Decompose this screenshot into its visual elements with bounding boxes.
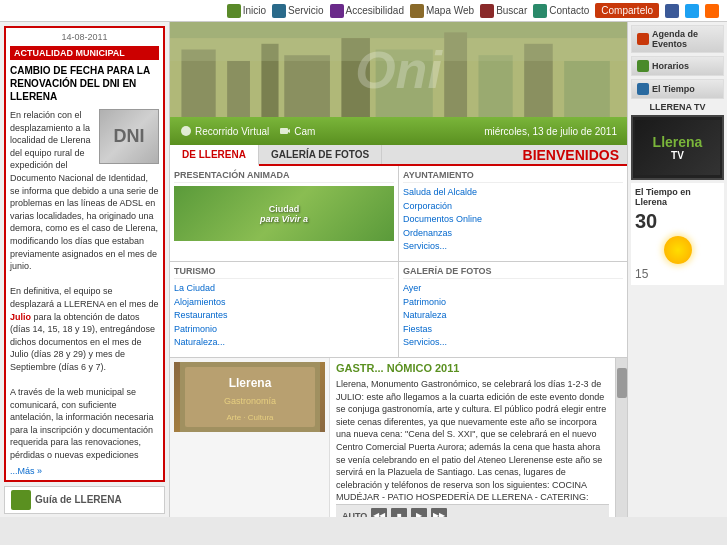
tab-de-llerena[interactable]: DE LLERENA <box>170 145 259 166</box>
tv-widget[interactable]: Llerena TV <box>631 115 724 180</box>
play-button[interactable]: ▶ <box>411 508 427 517</box>
gastro-image-panel: Llerena Gastronomía Arte · Cultura <box>170 358 330 517</box>
svg-rect-5 <box>284 55 330 117</box>
gastro-text: Llerena, Monumento Gastronómico, se cele… <box>336 378 609 504</box>
link-naturaleza[interactable]: Naturaleza... <box>174 336 394 350</box>
top-navigation: Inicio Servicio Accesibilidad Mapa Web B… <box>0 0 727 22</box>
nav-contacto[interactable]: Contacto <box>533 4 589 18</box>
dni-image: DNI <box>99 109 159 164</box>
news-category: ACTUALIDAD MUNICIPAL <box>10 46 159 60</box>
news-article-box: 14-08-2011 ACTUALIDAD MUNICIPAL CAMBIO D… <box>4 26 165 482</box>
svg-text:Llerena: Llerena <box>228 376 271 390</box>
welcome-section: PRESENTACIÓN ANIMADA Ciudad para Vivir a… <box>170 166 627 357</box>
prev-button[interactable]: ◀◀ <box>371 508 387 517</box>
grid-cell-turismo: TURISMO La Ciudad Alojamientos Restauran… <box>170 262 398 357</box>
link-ordenanzas[interactable]: Ordenanzas <box>403 227 623 241</box>
link-documentos[interactable]: Documentos Online <box>403 213 623 227</box>
presentacion-header: PRESENTACIÓN ANIMADA <box>174 170 394 183</box>
link-ciudad[interactable]: La Ciudad <box>174 282 394 296</box>
news-date: 14-08-2011 <box>10 32 159 42</box>
buscar-icon <box>480 4 494 18</box>
share-button[interactable]: Compartelo <box>595 3 659 18</box>
agenda-widget: Agenda de Eventos <box>631 25 724 53</box>
gastro-image: Llerena Gastronomía Arte · Cultura <box>174 362 325 432</box>
gastro-scrollbar[interactable] <box>615 358 627 517</box>
bottom-section: Llerena Gastronomía Arte · Cultura GASTR… <box>170 357 627 517</box>
content-tabs: DE LLERENA GALERÍA DE FOTOS BIENVENIDOS <box>170 145 627 166</box>
facebook-icon[interactable] <box>665 4 679 18</box>
link-naturaleza2[interactable]: Naturaleza <box>403 309 623 323</box>
ciudad-text: Ciudad para Vivir a <box>260 204 308 224</box>
tv-label: LLERENA TV <box>631 102 724 112</box>
recorrido-virtual-link[interactable]: Recorrido Virtual <box>180 125 269 137</box>
tiempo-header[interactable]: El Tiempo <box>632 80 723 98</box>
header-image: Oni <box>170 22 627 117</box>
news-title: CAMBIO DE FECHA PARA LA RENOVACIÓN DEL D… <box>10 64 159 103</box>
nav-mapa[interactable]: Mapa Web <box>410 4 474 18</box>
weather-temp-low: 15 <box>635 267 720 281</box>
contacto-icon <box>533 4 547 18</box>
auto-label: AUTO <box>342 511 367 517</box>
horarios-widget: Horarios <box>631 56 724 76</box>
content-grid: PRESENTACIÓN ANIMADA Ciudad para Vivir a… <box>170 166 627 357</box>
link-servicios2[interactable]: Servicios... <box>403 336 623 350</box>
guia-button[interactable]: Guía de LLERENA <box>4 486 165 514</box>
right-column: Agenda de Eventos Horarios El Tiempo LLE… <box>627 22 727 517</box>
left-column: 14-08-2011 ACTUALIDAD MUNICIPAL CAMBIO D… <box>0 22 170 517</box>
ayuntamiento-header: AYUNTAMIENTO <box>403 170 623 183</box>
link-ayer[interactable]: Ayer <box>403 282 623 296</box>
video-controls: AUTO ◀◀ ■ ▶ ▶▶ <box>336 504 609 517</box>
horarios-header[interactable]: Horarios <box>632 57 723 75</box>
svg-rect-3 <box>227 61 250 117</box>
svg-rect-14 <box>280 128 288 134</box>
svg-rect-9 <box>478 55 512 117</box>
scroll-thumb[interactable] <box>617 368 627 398</box>
agenda-header[interactable]: Agenda de Eventos <box>632 26 723 52</box>
grid-cell-presentacion: PRESENTACIÓN ANIMADA Ciudad para Vivir a <box>170 166 398 261</box>
servicio-icon <box>272 4 286 18</box>
link-alojamientos[interactable]: Alojamientos <box>174 296 394 310</box>
weather-widget: El Tiempo en Llerena 30 15 <box>631 183 724 285</box>
rss-icon[interactable] <box>705 4 719 18</box>
tv-screen: Llerena TV <box>635 120 720 175</box>
agenda-icon <box>637 33 649 45</box>
svg-point-13 <box>181 126 191 136</box>
tiempo-widget: El Tiempo <box>631 79 724 99</box>
link-servicios[interactable]: Servicios... <box>403 240 623 254</box>
main-layout: 14-08-2011 ACTUALIDAD MUNICIPAL CAMBIO D… <box>0 22 727 517</box>
stop-button[interactable]: ■ <box>391 508 407 517</box>
mapa-icon <box>410 4 424 18</box>
grid-cell-ayuntamiento: AYUNTAMIENTO Saluda del Alcalde Corporac… <box>399 166 627 261</box>
gastro-title: GASTR... NÓMICO 2011 <box>336 362 609 374</box>
nav-buscar[interactable]: Buscar <box>480 4 527 18</box>
svg-rect-11 <box>564 61 610 117</box>
home-icon <box>227 4 241 18</box>
news-more-link[interactable]: ...Más » <box>10 466 159 476</box>
link-saluda[interactable]: Saluda del Alcalde <box>403 186 623 200</box>
link-corporacion[interactable]: Corporación <box>403 200 623 214</box>
green-toolbar: Recorrido Virtual Cam miércoles, 13 de j… <box>170 117 627 145</box>
guia-icon <box>11 490 31 510</box>
ciudad-image[interactable]: Ciudad para Vivir a <box>174 186 394 241</box>
nav-servicio[interactable]: Servicio <box>272 4 324 18</box>
access-icon <box>330 4 344 18</box>
next-button[interactable]: ▶▶ <box>431 508 447 517</box>
svg-text:Gastronomía: Gastronomía <box>223 396 275 406</box>
news-image-container: DNI <box>99 109 159 164</box>
header-overlay-text: Oni <box>355 40 442 100</box>
welcome-title: BIENVENIDOS <box>523 147 619 163</box>
nav-inicio[interactable]: Inicio <box>227 4 266 18</box>
link-restaurantes[interactable]: Restaurantes <box>174 309 394 323</box>
weather-temp-high: 30 <box>635 210 720 233</box>
nav-accesibilidad[interactable]: Accesibilidad <box>330 4 404 18</box>
tab-galeria[interactable]: GALERÍA DE FOTOS <box>259 145 382 164</box>
link-fiestas[interactable]: Fiestas <box>403 323 623 337</box>
horarios-icon <box>637 60 649 72</box>
tv-logo: Llerena TV <box>653 134 703 161</box>
link-patrimonio[interactable]: Patrimonio <box>174 323 394 337</box>
cam-link[interactable]: Cam <box>279 125 315 137</box>
sun-icon <box>664 236 692 264</box>
link-patrimonio2[interactable]: Patrimonio <box>403 296 623 310</box>
twitter-icon[interactable] <box>685 4 699 18</box>
turismo-header: TURISMO <box>174 266 394 279</box>
